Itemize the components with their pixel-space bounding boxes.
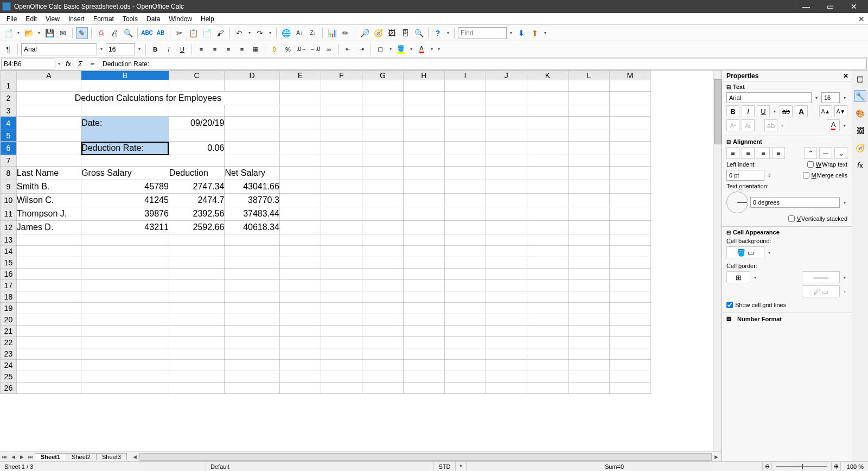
styles-button[interactable]: ¶ — [2, 43, 14, 55]
menu-edit[interactable]: Edit — [21, 14, 41, 24]
fontcolor-dropdown[interactable]: ▾ — [429, 47, 435, 52]
menubar: File Edit View Insert Format Tools Data … — [0, 13, 868, 25]
help-button[interactable]: ? — [432, 27, 444, 39]
font-name-select[interactable] — [21, 43, 97, 55]
window-title: OpenOffice Calc Basic Spreadsheet.ods - … — [14, 3, 794, 10]
chart-button[interactable]: 📊 — [326, 27, 338, 39]
open-button[interactable]: 📂 — [23, 27, 35, 39]
format-paint-button[interactable]: 🖌 — [214, 27, 226, 39]
find-toolbar-input[interactable] — [458, 27, 507, 39]
copy-button[interactable]: 📋 — [187, 27, 199, 39]
font-size-dropdown[interactable]: ▾ — [137, 47, 142, 52]
menu-window[interactable]: Window — [164, 14, 196, 24]
find-next-button[interactable]: ⬇ — [515, 27, 527, 39]
name-box-dropdown[interactable]: ▾ — [56, 61, 62, 66]
new-doc-dropdown[interactable]: ▾ — [16, 30, 21, 35]
cut-button[interactable]: ✂ — [174, 27, 186, 39]
find-prev-button[interactable]: ⬆ — [529, 27, 541, 39]
minimize-button[interactable]: — — [794, 0, 818, 13]
bold-button[interactable]: B — [149, 43, 161, 55]
function-equals-button[interactable]: = — [87, 59, 98, 69]
undo-dropdown[interactable]: ▾ — [247, 30, 252, 35]
maximize-button[interactable]: ▭ — [818, 0, 842, 13]
document-close-icon[interactable]: ✕ — [858, 15, 865, 23]
menu-view[interactable]: View — [41, 14, 64, 24]
formula-bar: ▾ fx Σ = — [0, 58, 868, 71]
remove-decimal-button[interactable]: ←.0 — [309, 43, 321, 55]
font-name-dropdown[interactable]: ▾ — [99, 47, 104, 52]
autospell-button[interactable]: AB — [155, 27, 167, 39]
borders-dropdown[interactable]: ▾ — [388, 47, 393, 52]
save-button[interactable]: 💾 — [43, 27, 55, 39]
redo-dropdown[interactable]: ▾ — [267, 30, 273, 35]
increase-indent-button[interactable]: ⇥ — [355, 43, 367, 55]
merge-cells-button[interactable]: ▦ — [250, 43, 261, 55]
formula-input[interactable] — [99, 59, 867, 69]
edit-mode-button[interactable]: ✎ — [76, 27, 88, 39]
new-doc-button[interactable]: 📄 — [2, 27, 14, 39]
close-button[interactable]: ✕ — [842, 0, 866, 13]
sort-desc-button[interactable]: Z↓ — [307, 27, 319, 39]
menu-tools[interactable]: Tools — [118, 14, 142, 24]
add-decimal-button[interactable]: .0→ — [296, 43, 308, 55]
italic-button[interactable]: I — [163, 43, 175, 55]
find-replace-button[interactable]: 🔎 — [359, 27, 371, 39]
menu-format[interactable]: Format — [89, 14, 118, 24]
menu-data[interactable]: Data — [142, 14, 164, 24]
fontcolor-button[interactable]: A — [416, 43, 427, 55]
pdf-export-button[interactable]: ⎙ — [95, 27, 107, 39]
undo-button[interactable]: ↶ — [233, 27, 245, 39]
format-overflow[interactable]: ▾ — [436, 47, 442, 52]
bgcolor-dropdown[interactable]: ▾ — [409, 47, 414, 52]
zoom-button[interactable]: 🔍 — [413, 27, 425, 39]
toolbar-overflow[interactable]: ▾ — [445, 30, 451, 35]
gallery-button[interactable]: 🖼 — [386, 27, 398, 39]
menu-file[interactable]: File — [2, 14, 21, 24]
find-dropdown[interactable]: ▾ — [508, 30, 514, 35]
print-button[interactable]: 🖨 — [108, 27, 120, 39]
titlebar: OpenOffice Calc Basic Spreadsheet.ods - … — [0, 0, 868, 13]
menu-help[interactable]: Help — [196, 14, 219, 24]
bgcolor-button[interactable]: 🪣 — [395, 43, 407, 55]
menu-insert[interactable]: Insert — [64, 14, 89, 24]
decrease-indent-button[interactable]: ⇤ — [342, 43, 354, 55]
sort-asc-button[interactable]: A↓ — [293, 27, 305, 39]
borders-button[interactable]: ▢ — [374, 43, 386, 55]
number-format-button[interactable]: ₀₀ — [323, 43, 335, 55]
align-justify-button[interactable]: ≡ — [236, 43, 248, 55]
standard-toolbar: 📄▾ 📂▾ 💾 ✉ ✎ ⎙ 🖨 🔍 ABC AB ✂ 📋 📄 🖌 ↶▾ ↷▾ 🌐… — [0, 25, 868, 41]
spellcheck-button[interactable]: ABC — [141, 27, 153, 39]
align-center-button[interactable]: ≡ — [209, 43, 221, 55]
percent-button[interactable]: % — [282, 43, 294, 55]
align-right-button[interactable]: ≡ — [222, 43, 234, 55]
show-draw-button[interactable]: ✏ — [340, 27, 352, 39]
navigator-button[interactable]: 🧭 — [372, 27, 384, 39]
font-size-select[interactable] — [106, 43, 135, 55]
sum-button[interactable]: Σ — [75, 59, 86, 69]
align-left-button[interactable]: ≡ — [195, 43, 207, 55]
format-toolbar: ¶ ▾ ▾ B I U ≡ ≡ ≡ ≡ ▦ ₿ % .0→ ←.0 ₀₀ ⇤ ⇥… — [0, 41, 868, 58]
underline-button[interactable]: U — [176, 43, 188, 55]
email-button[interactable]: ✉ — [57, 27, 69, 39]
preview-button[interactable]: 🔍 — [122, 27, 134, 39]
hyperlink-button[interactable]: 🌐 — [280, 27, 292, 39]
app-icon — [2, 2, 11, 11]
find-overflow[interactable]: ▾ — [542, 30, 548, 35]
name-box[interactable] — [1, 59, 55, 69]
datasources-button[interactable]: 🗄 — [399, 27, 411, 39]
redo-button[interactable]: ↷ — [254, 27, 266, 39]
paste-button[interactable]: 📄 — [201, 27, 213, 39]
function-wizard-button[interactable]: fx — [63, 59, 74, 69]
open-dropdown[interactable]: ▾ — [36, 30, 42, 35]
currency-button[interactable]: ₿ — [269, 43, 280, 55]
